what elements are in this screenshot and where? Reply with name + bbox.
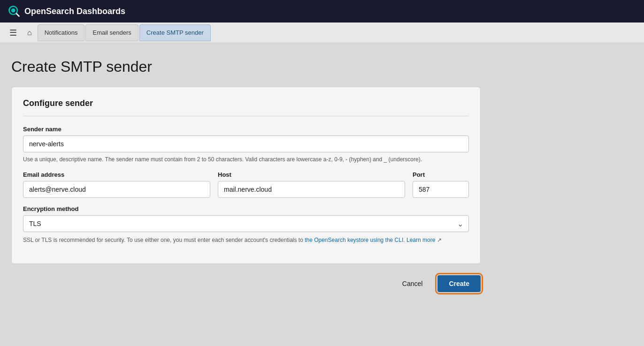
external-link-icon: ↗ (437, 237, 442, 243)
breadcrumb-notifications[interactable]: Notifications (38, 24, 85, 41)
sender-name-input[interactable] (23, 135, 469, 152)
host-input[interactable] (218, 181, 405, 198)
form-footer: Cancel Create (11, 275, 481, 292)
logo: OpenSearch Dashboards (8, 5, 125, 18)
sender-name-group: Sender name Use a unique, descriptive na… (23, 126, 469, 164)
home-button[interactable]: ⌂ (23, 26, 37, 40)
card-divider (23, 116, 469, 116)
port-input[interactable] (413, 181, 469, 198)
configure-sender-card: Configure sender Sender name Use a uniqu… (11, 87, 481, 264)
email-address-group: Email address (23, 171, 210, 198)
main-content: Create SMTP sender Configure sender Send… (0, 43, 644, 346)
breadcrumb-email-senders[interactable]: Email senders (85, 24, 138, 41)
sender-name-label: Sender name (23, 126, 469, 133)
card-title: Configure sender (23, 98, 469, 108)
encryption-select-wrapper: TLS SSL None (23, 215, 469, 232)
encryption-method-select[interactable]: TLS SSL None (23, 215, 469, 232)
svg-point-1 (11, 8, 15, 13)
host-group: Host (218, 171, 405, 198)
host-label: Host (218, 171, 405, 178)
encryption-method-label: Encryption method (23, 205, 469, 212)
page-title: Create SMTP sender (11, 58, 633, 75)
email-address-label: Email address (23, 171, 210, 178)
breadcrumb-create-smtp-sender[interactable]: Create SMTP sender (139, 24, 211, 41)
sender-name-hint: Use a unique, descriptive name. The send… (23, 155, 469, 164)
email-host-port-row: Email address Host Port (23, 171, 469, 198)
encryption-hint: SSL or TLS is recommended for security. … (23, 236, 469, 245)
hamburger-menu-button[interactable]: ☰ (6, 24, 21, 42)
learn-more-link[interactable]: Learn more (406, 237, 435, 243)
create-button[interactable]: Create (437, 275, 481, 292)
logo-text: OpenSearch Dashboards (24, 7, 125, 16)
port-group: Port (413, 171, 469, 198)
cancel-button[interactable]: Cancel (395, 276, 430, 291)
breadcrumb-bar: ☰ ⌂ Notifications Email senders Create S… (0, 23, 644, 43)
opensearch-logo-icon (8, 5, 21, 18)
keystore-link[interactable]: the OpenSearch keystore using the CLI (305, 237, 403, 243)
email-address-input[interactable] (23, 181, 210, 198)
encryption-method-group: Encryption method TLS SSL None SSL or TL… (23, 205, 469, 245)
port-label: Port (413, 171, 469, 178)
topbar: OpenSearch Dashboards (0, 0, 644, 23)
